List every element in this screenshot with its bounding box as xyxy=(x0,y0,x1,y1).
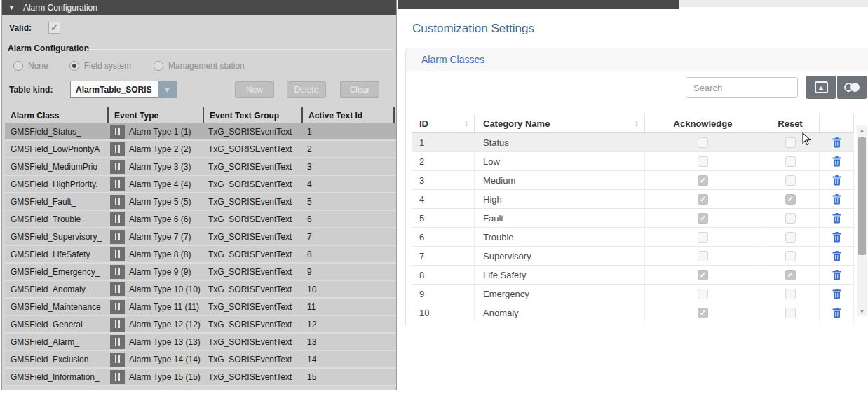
image-export-button[interactable] xyxy=(806,76,836,99)
column-header-event-type[interactable]: Event Type xyxy=(107,107,203,123)
edit-badge-icon[interactable] xyxy=(110,318,125,332)
column-header-alarm-class[interactable]: Alarm Class xyxy=(5,107,107,123)
delete-row-button[interactable] xyxy=(831,156,842,167)
acknowledge-checkbox[interactable] xyxy=(698,156,708,167)
delete-row-button[interactable] xyxy=(831,288,842,299)
delete-row-button[interactable] xyxy=(831,231,842,243)
delete-row-button[interactable] xyxy=(831,175,842,186)
table-row[interactable]: GMSField_Trouble_ Alarm Type 6 (6) TxG_S… xyxy=(5,211,396,228)
delete-row-button[interactable] xyxy=(831,137,842,148)
radio-none[interactable]: None xyxy=(13,61,48,71)
edit-badge-icon[interactable] xyxy=(110,160,125,174)
table-row[interactable]: GMSField_Emergency_ Alarm Type 9 (9) TxG… xyxy=(5,264,396,281)
reset-checkbox[interactable] xyxy=(785,194,796,205)
table-row[interactable]: 6 Trouble xyxy=(412,228,854,247)
column-header-acknowledge[interactable]: Acknowledge xyxy=(644,114,761,132)
table-row[interactable]: GMSField_MediumPrio Alarm Type 3 (3) TxG… xyxy=(5,158,396,176)
column-header-id[interactable]: ID ▲▼ xyxy=(412,114,474,132)
sort-icon[interactable]: ▲▼ xyxy=(464,121,468,127)
table-row[interactable]: 3 Medium xyxy=(412,171,854,190)
table-row[interactable]: GMSField_Supervisory_ Alarm Type 7 (7) T… xyxy=(5,228,396,246)
scroll-down-icon[interactable]: ▼ xyxy=(857,309,867,314)
table-row[interactable]: GMSField_HighPriority. Alarm Type 4 (4) … xyxy=(5,176,396,193)
table-row[interactable]: GMSField_LowPriorityA Alarm Type 2 (2) T… xyxy=(5,141,396,158)
acknowledge-checkbox[interactable] xyxy=(698,213,708,224)
reset-checkbox[interactable] xyxy=(785,270,796,280)
edit-badge-icon[interactable] xyxy=(110,247,125,261)
table-row[interactable]: 10 Anomaly xyxy=(412,303,854,322)
table-row[interactable]: GMSField_Information_ Alarm Type 15 (15)… xyxy=(5,369,396,386)
column-header-event-text-group[interactable]: Event Text Group xyxy=(203,107,301,123)
collapse-icon[interactable]: ▼ xyxy=(8,4,15,11)
delete-row-button[interactable] xyxy=(831,193,842,205)
radio-field-system[interactable]: Field system xyxy=(69,61,131,71)
table-row[interactable]: 2 Low xyxy=(412,152,854,171)
delete-button[interactable]: Delete xyxy=(287,81,326,98)
new-button[interactable]: New xyxy=(235,81,274,98)
edit-badge-icon[interactable] xyxy=(110,265,125,279)
reset-checkbox[interactable] xyxy=(785,156,796,167)
table-row[interactable]: GMSField_Anomaly_ Alarm Type 10 (10) TxG… xyxy=(5,281,396,299)
column-header-reset[interactable]: Reset xyxy=(761,114,819,132)
edit-badge-icon[interactable] xyxy=(110,300,125,314)
edit-badge-icon[interactable] xyxy=(110,212,125,226)
acknowledge-checkbox[interactable] xyxy=(698,289,708,299)
reset-checkbox[interactable] xyxy=(785,137,796,148)
edit-badge-icon[interactable] xyxy=(110,335,125,349)
acknowledge-checkbox[interactable] xyxy=(698,137,708,148)
radio-none-circle[interactable] xyxy=(13,61,23,71)
table-row[interactable]: 7 Supervisory xyxy=(412,247,854,266)
edit-badge-icon[interactable] xyxy=(110,142,125,156)
reset-checkbox[interactable] xyxy=(785,289,796,299)
delete-row-button[interactable] xyxy=(831,250,842,261)
toggle-view-button[interactable] xyxy=(837,76,867,99)
panel-titlebar[interactable]: ▼ Alarm Configuration xyxy=(2,0,396,15)
table-row[interactable]: GMSField_Exclusion_ Alarm Type 14 (14) T… xyxy=(5,351,396,369)
table-row[interactable]: GMSField_Fault_ Alarm Type 5 (5) TxG_SOR… xyxy=(5,193,396,211)
clear-button[interactable]: Clear xyxy=(340,81,379,98)
table-kind-dropdown[interactable]: AlarmTable_SORIS xyxy=(70,81,158,98)
valid-checkbox[interactable] xyxy=(48,22,60,34)
delete-row-button[interactable] xyxy=(831,269,842,280)
dropdown-arrow-button[interactable]: ▼ xyxy=(158,81,177,98)
scroll-up-icon[interactable]: ▲ xyxy=(857,128,867,132)
table-row[interactable]: 8 Life Safety xyxy=(412,266,854,285)
edit-badge-icon[interactable] xyxy=(110,353,125,367)
edit-badge-icon[interactable] xyxy=(110,370,125,384)
reset-checkbox[interactable] xyxy=(785,175,796,186)
acknowledge-checkbox[interactable] xyxy=(698,175,708,186)
edit-badge-icon[interactable] xyxy=(110,195,125,209)
column-header-active-text-id[interactable]: Active Text Id xyxy=(301,107,395,123)
radio-management-station[interactable]: Management station xyxy=(154,61,245,71)
delete-row-button[interactable] xyxy=(831,212,842,224)
delete-row-button[interactable] xyxy=(831,307,842,318)
scrollbar-thumb[interactable] xyxy=(858,137,866,255)
acknowledge-checkbox[interactable] xyxy=(698,194,708,205)
table-row[interactable]: GMSField_Maintenance Alarm Type 11 (11) … xyxy=(5,299,396,316)
table-row[interactable]: GMSField_LifeSafety_ Alarm Type 8 (8) Tx… xyxy=(5,246,396,264)
reset-checkbox[interactable] xyxy=(785,232,796,243)
column-header-category-name[interactable]: Category Name ▲▼ xyxy=(474,114,644,132)
table-row[interactable]: 5 Fault xyxy=(412,209,854,228)
acknowledge-checkbox[interactable] xyxy=(698,308,708,318)
acknowledge-checkbox[interactable] xyxy=(698,270,708,280)
edit-badge-icon[interactable] xyxy=(110,177,125,191)
sort-icon[interactable]: ▲▼ xyxy=(635,121,639,127)
search-input[interactable] xyxy=(686,77,798,98)
tab-alarm-classes[interactable]: Alarm Classes xyxy=(421,54,484,65)
radio-management-station-circle[interactable] xyxy=(154,61,163,71)
acknowledge-checkbox[interactable] xyxy=(698,232,708,243)
vertical-scrollbar[interactable]: ▲ ▼ xyxy=(857,125,867,316)
table-row[interactable]: 1 Status xyxy=(412,133,854,152)
reset-checkbox[interactable] xyxy=(785,251,796,261)
reset-checkbox[interactable] xyxy=(785,213,796,224)
reset-checkbox[interactable] xyxy=(785,308,796,318)
acknowledge-checkbox[interactable] xyxy=(698,251,708,261)
table-row[interactable]: 4 High xyxy=(412,190,854,209)
edit-badge-icon[interactable] xyxy=(110,230,125,244)
edit-badge-icon[interactable] xyxy=(110,282,125,296)
edit-badge-icon[interactable] xyxy=(110,125,125,139)
table-row[interactable]: GMSField_General_ Alarm Type 12 (12) TxG… xyxy=(5,316,396,334)
table-row[interactable]: GMSField_Alarm_ Alarm Type 13 (13) TxG_S… xyxy=(5,334,396,351)
radio-field-system-circle[interactable] xyxy=(69,61,79,71)
